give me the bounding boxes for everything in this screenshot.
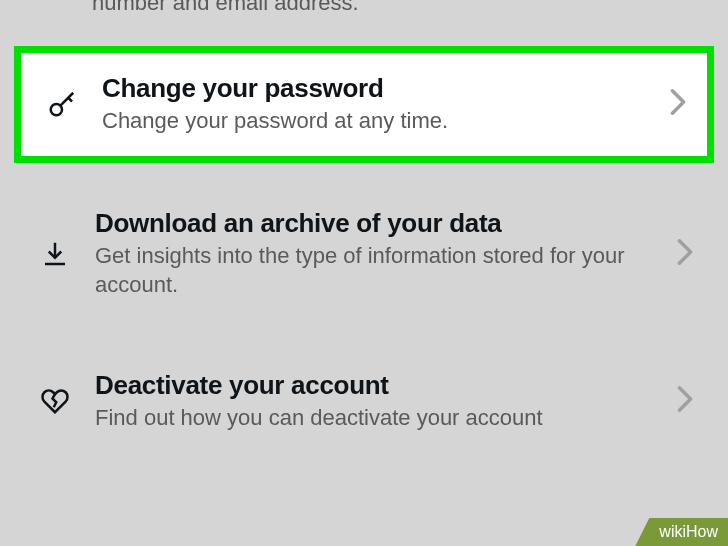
wikihow-watermark: wikiHow (635, 518, 728, 546)
setting-item-download-archive[interactable]: Download an archive of your data Get ins… (0, 183, 728, 325)
setting-item-subtitle: Find out how you can deactivate your acc… (95, 403, 664, 433)
setting-item-content: Change your password Change your passwor… (102, 73, 657, 136)
setting-item-content: Download an archive of your data Get ins… (95, 208, 664, 300)
setting-item-deactivate-account[interactable]: Deactivate your account Find out how you… (0, 345, 728, 458)
chevron-right-icon (676, 238, 700, 270)
chevron-right-icon (676, 385, 700, 417)
setting-item-subtitle: Get insights into the type of informatio… (95, 241, 664, 300)
setting-item-title: Deactivate your account (95, 370, 664, 401)
setting-item-title: Download an archive of your data (95, 208, 664, 239)
setting-item-title: Change your password (102, 73, 657, 104)
chevron-right-icon (669, 88, 693, 120)
setting-item-content: Deactivate your account Find out how you… (95, 370, 664, 433)
partial-previous-item-text: number and email address. (0, 0, 728, 46)
settings-list: Change your password Change your passwor… (0, 46, 728, 478)
setting-item-change-password[interactable]: Change your password Change your passwor… (14, 46, 714, 163)
setting-item-subtitle: Change your password at any time. (102, 106, 657, 136)
broken-heart-icon (35, 386, 75, 416)
download-icon (35, 239, 75, 269)
key-icon (42, 89, 82, 119)
